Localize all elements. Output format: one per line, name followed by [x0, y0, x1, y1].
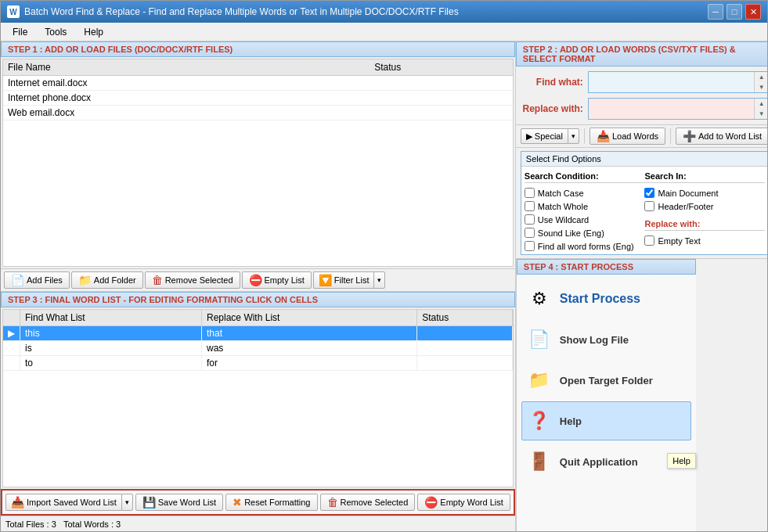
save-word-list-button[interactable]: 💾 Save Word List [135, 494, 223, 511]
empty-list-button[interactable]: ⛔ Empty List [242, 271, 312, 289]
header-footer-checkbox[interactable] [644, 201, 654, 211]
match-case-option[interactable]: Match Case [525, 188, 645, 198]
step2-toolbar: ▶ Special ▾ 📥 Load Words ➕ Add to Word L… [516, 124, 767, 148]
empty-word-list-button[interactable]: ⛔ Empty Word List [417, 494, 510, 511]
table-row[interactable]: Internet email.docx [3, 76, 513, 91]
remove-selected-bottom-button[interactable]: 🗑 Remove Selected [320, 494, 416, 511]
menu-help[interactable]: Help [75, 24, 112, 40]
replace-with-cell[interactable]: was [202, 341, 417, 356]
match-whole-option[interactable]: Match Whole [525, 201, 645, 211]
start-process-icon: ⚙ [527, 286, 552, 311]
load-words-button[interactable]: 📥 Load Words [590, 128, 665, 145]
menu-tools[interactable]: Tools [36, 24, 75, 40]
main-document-option[interactable]: Main Document [644, 188, 765, 198]
header-footer-option[interactable]: Header/Footer [644, 201, 765, 211]
show-log-file-item[interactable]: 📄 Show Log File [521, 320, 691, 359]
replace-with-cell[interactable]: that [202, 326, 417, 341]
empty-text-checkbox[interactable] [644, 235, 654, 246]
open-target-folder-item[interactable]: 📁 Open Target Folder [521, 361, 691, 400]
help-item[interactable]: ❓ Help [521, 401, 691, 440]
list-item[interactable]: ▶ this that [3, 326, 512, 341]
list-item[interactable]: to for [3, 356, 512, 371]
special-dropdown[interactable]: ▾ [568, 128, 579, 144]
start-process-label: Start Process [560, 292, 640, 306]
match-case-checkbox[interactable] [525, 188, 535, 198]
find-options-header: Select Find Options [521, 152, 767, 167]
reset-formatting-icon: ✖ [233, 497, 242, 508]
find-all-word-forms-option[interactable]: Find all word forms (Eng) [525, 241, 645, 251]
use-wildcard-checkbox[interactable] [525, 214, 535, 225]
filter-list-button-group: 🔽 Filter List ▾ [313, 271, 386, 289]
replace-with-cell[interactable]: for [202, 356, 417, 371]
find-scroll-up[interactable]: ▲ [755, 72, 767, 82]
add-to-word-list-button[interactable]: ➕ Add to Word List [676, 128, 767, 145]
close-button[interactable]: ✕ [745, 4, 761, 20]
menu-file[interactable]: File [4, 24, 36, 40]
minimize-button[interactable]: ─ [708, 4, 723, 20]
col-filename: File Name [3, 59, 370, 76]
sound-like-checkbox[interactable] [525, 228, 535, 238]
word-table[interactable]: Find What List Replace With List Status … [2, 309, 514, 487]
find-label: Find what: [521, 77, 583, 88]
add-files-icon: 📄 [11, 275, 24, 286]
word-status-cell [417, 326, 513, 341]
filter-list-dropdown[interactable]: ▾ [373, 271, 385, 289]
special-button[interactable]: ▶ Special [521, 128, 568, 144]
window-title: Batch Word Find & Replace - Find and Rep… [24, 6, 708, 17]
find-options: Select Find Options Search Condition: Ma… [521, 151, 767, 255]
find-scroll-down[interactable]: ▼ [755, 82, 767, 92]
step1-header: STEP 1 : ADD OR LOAD FILES (DOC/DOCX/RTF… [1, 41, 515, 57]
add-files-button[interactable]: 📄 Add Files [4, 271, 70, 289]
maximize-button[interactable]: □ [727, 4, 742, 20]
step4-section: STEP 4 : START PROCESS ⚙ Start Process 📄… [516, 259, 696, 531]
find-input[interactable] [589, 72, 754, 92]
list-item[interactable]: is was [3, 341, 512, 356]
load-words-icon: 📥 [597, 131, 610, 142]
step4-items: ⚙ Start Process 📄 Show Log File 📁 Open T… [517, 275, 696, 531]
row-indicator-cell [3, 341, 20, 356]
filter-list-button[interactable]: 🔽 Filter List [313, 271, 374, 289]
main-document-checkbox[interactable] [644, 188, 654, 198]
find-what-cell[interactable]: this [20, 326, 202, 341]
match-whole-checkbox[interactable] [525, 201, 535, 211]
step4-header: STEP 4 : START PROCESS [517, 259, 696, 275]
start-process-item[interactable]: ⚙ Start Process [521, 279, 691, 318]
filter-list-icon: 🔽 [319, 275, 332, 286]
file-status-cell [370, 106, 513, 120]
sound-like-option[interactable]: Sound Like (Eng) [525, 228, 645, 238]
left-panel: STEP 1 : ADD OR LOAD FILES (DOC/DOCX/RTF… [1, 41, 516, 531]
reset-formatting-button[interactable]: ✖ Reset Formatting [225, 494, 317, 511]
save-word-list-icon: 💾 [142, 497, 156, 508]
open-target-folder-label: Open Target Folder [560, 375, 653, 386]
step2-header: STEP 2 : ADD OR LOAD WORDS (CSV/TXT FILE… [516, 41, 767, 66]
word-status-cell [417, 341, 513, 356]
word-status-cell [417, 356, 513, 371]
empty-text-option[interactable]: Empty Text [644, 235, 765, 246]
replace-input[interactable] [589, 99, 754, 119]
find-what-cell[interactable]: is [20, 341, 202, 356]
remove-selected-button[interactable]: 🗑 Remove Selected [145, 271, 240, 289]
total-files: Total Files : 3 [5, 519, 56, 529]
use-wildcard-option[interactable]: Use Wildcard [525, 214, 645, 225]
main-content: STEP 1 : ADD OR LOAD FILES (DOC/DOCX/RTF… [1, 41, 767, 531]
find-scroll: ▲ ▼ [754, 72, 767, 92]
find-all-word-forms-checkbox[interactable] [525, 241, 535, 251]
import-saved-dropdown[interactable]: ▾ [121, 494, 133, 511]
find-what-cell[interactable]: to [20, 356, 202, 371]
file-table[interactable]: File Name Status Internet email.docxInte… [2, 59, 514, 267]
table-row[interactable]: Web email.docx [3, 106, 513, 120]
replace-scroll-down[interactable]: ▼ [755, 109, 767, 119]
file-name-cell: Internet phone.docx [3, 91, 370, 106]
help-icon: ❓ [527, 408, 552, 433]
table-row[interactable]: Internet phone.docx [3, 91, 513, 106]
special-icon: ▶ [526, 132, 532, 141]
remove-selected-icon: 🗑 [152, 275, 163, 286]
replace-scroll-up[interactable]: ▲ [755, 99, 767, 109]
quit-application-item[interactable]: 🚪 Quit Application [521, 442, 691, 481]
search-in-col: Search In: Main Document Header/Footer R… [644, 170, 765, 251]
find-input-container: ▲ ▼ [588, 71, 767, 93]
import-saved-button[interactable]: 📥 Import Saved Word List [5, 494, 121, 511]
add-folder-button[interactable]: 📁 Add Folder [71, 271, 143, 289]
open-target-folder-icon: 📁 [527, 368, 552, 393]
find-row: Find what: ▲ ▼ [521, 71, 767, 93]
